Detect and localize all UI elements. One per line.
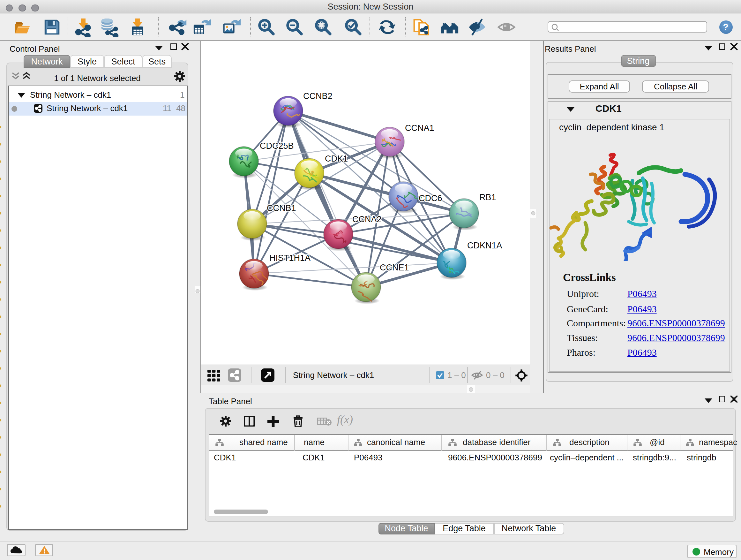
svg-text:CCNB2: CCNB2 [303,91,333,101]
svg-text:CDKN1A: CDKN1A [467,240,502,250]
svg-text:CCNA2: CCNA2 [352,214,382,224]
svg-text:HIST1H1A: HIST1H1A [269,253,311,262]
svg-text:CCNE1: CCNE1 [380,262,409,272]
svg-text:RB1: RB1 [479,192,496,202]
svg-text:CDC25B: CDC25B [260,141,294,150]
svg-text:CDK1: CDK1 [325,153,348,163]
svg-text:CCNA1: CCNA1 [405,123,434,132]
svg-text:CCNB1: CCNB1 [267,203,296,212]
svg-text:CDC6: CDC6 [419,193,442,203]
